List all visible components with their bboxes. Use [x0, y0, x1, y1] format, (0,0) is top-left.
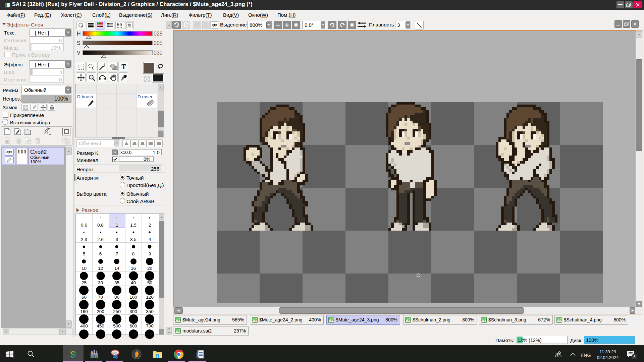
svg-text:S: S [70, 349, 76, 360]
